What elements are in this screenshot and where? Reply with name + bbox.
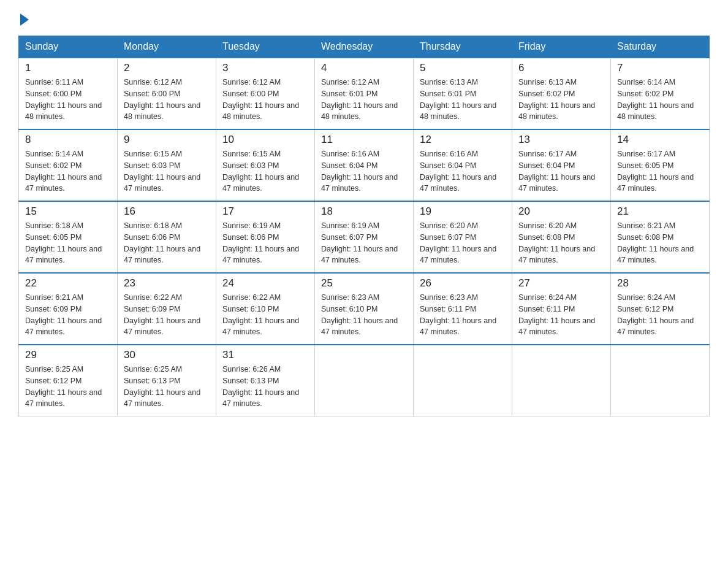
day-info: Sunrise: 6:25 AMSunset: 6:12 PMDaylight:… (25, 364, 111, 410)
day-number: 12 (420, 134, 506, 146)
day-info: Sunrise: 6:12 AMSunset: 6:01 PMDaylight:… (321, 77, 407, 123)
day-number: 19 (420, 205, 506, 218)
day-info: Sunrise: 6:20 AMSunset: 6:08 PMDaylight:… (518, 220, 604, 266)
calendar-cell: 15Sunrise: 6:18 AMSunset: 6:05 PMDayligh… (19, 201, 118, 273)
day-number: 26 (420, 277, 506, 289)
calendar-cell: 11Sunrise: 6:16 AMSunset: 6:04 PMDayligh… (315, 129, 414, 201)
calendar-body: 1Sunrise: 6:11 AMSunset: 6:00 PMDaylight… (19, 58, 710, 416)
day-info: Sunrise: 6:13 AMSunset: 6:01 PMDaylight:… (420, 77, 506, 123)
calendar-cell: 10Sunrise: 6:15 AMSunset: 6:03 PMDayligh… (216, 129, 315, 201)
calendar-cell: 6Sunrise: 6:13 AMSunset: 6:02 PMDaylight… (512, 58, 611, 129)
day-info: Sunrise: 6:22 AMSunset: 6:10 PMDaylight:… (222, 292, 308, 338)
calendar-cell: 21Sunrise: 6:21 AMSunset: 6:08 PMDayligh… (611, 201, 710, 273)
calendar-cell: 22Sunrise: 6:21 AMSunset: 6:09 PMDayligh… (19, 273, 118, 345)
day-number: 14 (617, 134, 703, 146)
day-number: 5 (420, 62, 506, 74)
day-number: 6 (518, 62, 604, 74)
day-info: Sunrise: 6:24 AMSunset: 6:12 PMDaylight:… (617, 292, 703, 338)
calendar-cell (512, 345, 611, 416)
calendar-cell: 23Sunrise: 6:22 AMSunset: 6:09 PMDayligh… (118, 273, 216, 345)
calendar-cell: 4Sunrise: 6:12 AMSunset: 6:01 PMDaylight… (315, 58, 414, 129)
calendar-cell: 1Sunrise: 6:11 AMSunset: 6:00 PMDaylight… (19, 58, 118, 129)
day-number: 28 (617, 277, 703, 289)
calendar-cell: 30Sunrise: 6:25 AMSunset: 6:13 PMDayligh… (118, 345, 216, 416)
calendar-cell (315, 345, 414, 416)
day-number: 4 (321, 62, 407, 74)
day-info: Sunrise: 6:17 AMSunset: 6:05 PMDaylight:… (617, 148, 703, 194)
calendar-cell: 28Sunrise: 6:24 AMSunset: 6:12 PMDayligh… (611, 273, 710, 345)
calendar-header-row: SundayMondayTuesdayWednesdayThursdayFrid… (19, 36, 710, 58)
calendar-cell: 9Sunrise: 6:15 AMSunset: 6:03 PMDaylight… (118, 129, 216, 201)
day-info: Sunrise: 6:11 AMSunset: 6:00 PMDaylight:… (25, 77, 111, 123)
day-number: 21 (617, 205, 703, 218)
calendar-cell: 31Sunrise: 6:26 AMSunset: 6:13 PMDayligh… (216, 345, 315, 416)
day-number: 18 (321, 205, 407, 218)
day-number: 10 (222, 134, 308, 146)
calendar-cell: 14Sunrise: 6:17 AMSunset: 6:05 PMDayligh… (611, 129, 710, 201)
day-info: Sunrise: 6:19 AMSunset: 6:06 PMDaylight:… (222, 220, 308, 266)
calendar-weekday-header: Wednesday (315, 36, 414, 58)
day-number: 24 (222, 277, 308, 289)
day-info: Sunrise: 6:21 AMSunset: 6:08 PMDaylight:… (617, 220, 703, 266)
day-number: 22 (25, 277, 111, 289)
day-info: Sunrise: 6:23 AMSunset: 6:10 PMDaylight:… (321, 292, 407, 338)
calendar-cell: 12Sunrise: 6:16 AMSunset: 6:04 PMDayligh… (414, 129, 512, 201)
day-info: Sunrise: 6:14 AMSunset: 6:02 PMDaylight:… (617, 77, 703, 123)
logo (18, 12, 29, 23)
day-number: 25 (321, 277, 407, 289)
day-number: 23 (124, 277, 210, 289)
calendar-table: SundayMondayTuesdayWednesdayThursdayFrid… (18, 36, 710, 416)
day-info: Sunrise: 6:18 AMSunset: 6:05 PMDaylight:… (25, 220, 111, 266)
day-info: Sunrise: 6:20 AMSunset: 6:07 PMDaylight:… (420, 220, 506, 266)
day-info: Sunrise: 6:18 AMSunset: 6:06 PMDaylight:… (124, 220, 210, 266)
day-number: 7 (617, 62, 703, 74)
calendar-cell: 19Sunrise: 6:20 AMSunset: 6:07 PMDayligh… (414, 201, 512, 273)
day-info: Sunrise: 6:23 AMSunset: 6:11 PMDaylight:… (420, 292, 506, 338)
calendar-weekday-header: Saturday (611, 36, 710, 58)
day-info: Sunrise: 6:21 AMSunset: 6:09 PMDaylight:… (25, 292, 111, 338)
calendar-cell: 2Sunrise: 6:12 AMSunset: 6:00 PMDaylight… (118, 58, 216, 129)
day-info: Sunrise: 6:25 AMSunset: 6:13 PMDaylight:… (124, 364, 210, 410)
day-info: Sunrise: 6:22 AMSunset: 6:09 PMDaylight:… (124, 292, 210, 338)
day-info: Sunrise: 6:16 AMSunset: 6:04 PMDaylight:… (420, 148, 506, 194)
day-info: Sunrise: 6:24 AMSunset: 6:11 PMDaylight:… (518, 292, 604, 338)
calendar-cell: 3Sunrise: 6:12 AMSunset: 6:00 PMDaylight… (216, 58, 315, 129)
day-number: 9 (124, 134, 210, 146)
day-number: 20 (518, 205, 604, 218)
calendar-cell: 26Sunrise: 6:23 AMSunset: 6:11 PMDayligh… (414, 273, 512, 345)
calendar-weekday-header: Friday (512, 36, 611, 58)
day-info: Sunrise: 6:14 AMSunset: 6:02 PMDaylight:… (25, 148, 111, 194)
calendar-week-row: 8Sunrise: 6:14 AMSunset: 6:02 PMDaylight… (19, 129, 710, 201)
calendar-cell (611, 345, 710, 416)
day-info: Sunrise: 6:15 AMSunset: 6:03 PMDaylight:… (124, 148, 210, 194)
calendar-weekday-header: Monday (118, 36, 216, 58)
calendar-cell: 8Sunrise: 6:14 AMSunset: 6:02 PMDaylight… (19, 129, 118, 201)
calendar-cell (414, 345, 512, 416)
calendar-cell: 17Sunrise: 6:19 AMSunset: 6:06 PMDayligh… (216, 201, 315, 273)
day-number: 13 (518, 134, 604, 146)
day-number: 2 (124, 62, 210, 74)
calendar-week-row: 29Sunrise: 6:25 AMSunset: 6:12 PMDayligh… (19, 345, 710, 416)
calendar-cell: 5Sunrise: 6:13 AMSunset: 6:01 PMDaylight… (414, 58, 512, 129)
calendar-cell: 20Sunrise: 6:20 AMSunset: 6:08 PMDayligh… (512, 201, 611, 273)
day-number: 3 (222, 62, 308, 74)
day-info: Sunrise: 6:13 AMSunset: 6:02 PMDaylight:… (518, 77, 604, 123)
day-info: Sunrise: 6:15 AMSunset: 6:03 PMDaylight:… (222, 148, 308, 194)
day-number: 17 (222, 205, 308, 218)
calendar-cell: 16Sunrise: 6:18 AMSunset: 6:06 PMDayligh… (118, 201, 216, 273)
day-number: 29 (25, 349, 111, 361)
day-number: 30 (124, 349, 210, 361)
day-number: 31 (222, 349, 308, 361)
day-info: Sunrise: 6:17 AMSunset: 6:04 PMDaylight:… (518, 148, 604, 194)
day-number: 11 (321, 134, 407, 146)
day-info: Sunrise: 6:26 AMSunset: 6:13 PMDaylight:… (222, 364, 308, 410)
calendar-cell: 7Sunrise: 6:14 AMSunset: 6:02 PMDaylight… (611, 58, 710, 129)
calendar-weekday-header: Tuesday (216, 36, 315, 58)
calendar-cell: 18Sunrise: 6:19 AMSunset: 6:07 PMDayligh… (315, 201, 414, 273)
day-info: Sunrise: 6:19 AMSunset: 6:07 PMDaylight:… (321, 220, 407, 266)
calendar-weekday-header: Thursday (414, 36, 512, 58)
day-info: Sunrise: 6:16 AMSunset: 6:04 PMDaylight:… (321, 148, 407, 194)
calendar-cell: 13Sunrise: 6:17 AMSunset: 6:04 PMDayligh… (512, 129, 611, 201)
day-info: Sunrise: 6:12 AMSunset: 6:00 PMDaylight:… (222, 77, 308, 123)
calendar-cell: 27Sunrise: 6:24 AMSunset: 6:11 PMDayligh… (512, 273, 611, 345)
